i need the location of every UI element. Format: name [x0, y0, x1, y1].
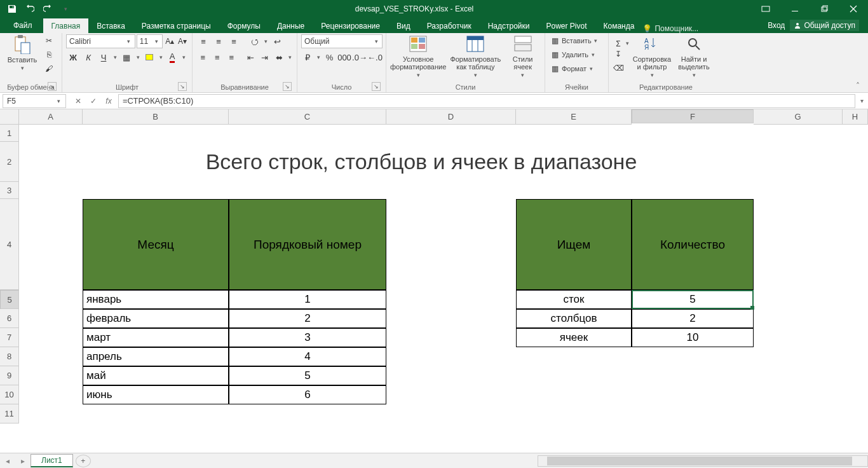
borders-icon[interactable]: ▦	[119, 50, 133, 64]
undo-icon[interactable]	[23, 2, 37, 16]
table-row[interactable]: ячеек	[516, 328, 632, 347]
prev-sheet-icon[interactable]: ◂	[0, 457, 15, 465]
clear-icon[interactable]: ⌫	[613, 62, 624, 74]
grow-font-icon[interactable]: A▴	[164, 35, 175, 48]
number-format-select[interactable]: Общий▾	[301, 34, 383, 48]
align-center-icon[interactable]: ≡	[211, 50, 224, 64]
share-button[interactable]: Общий доступ	[790, 20, 859, 31]
tab-developer[interactable]: Разработчик	[419, 18, 480, 33]
signin-link[interactable]: Вход	[768, 21, 785, 30]
font-name-select[interactable]: Calibri▾	[66, 34, 135, 48]
row-header-2[interactable]: 2	[0, 142, 19, 182]
expand-formula-icon[interactable]: ▾	[855, 97, 868, 104]
table-row[interactable]: январь	[83, 290, 229, 309]
table-row[interactable]: 3	[229, 328, 386, 347]
collapse-ribbon-icon[interactable]: ˄	[851, 81, 864, 91]
col-header-D[interactable]: D	[386, 109, 516, 125]
cancel-formula-icon[interactable]: ✕	[71, 94, 85, 108]
inc-decimal-icon[interactable]: .0→	[353, 50, 367, 64]
tab-insert[interactable]: Вставка	[88, 18, 133, 33]
minimize-icon[interactable]	[780, 0, 810, 18]
tab-team[interactable]: Команда	[595, 18, 643, 33]
formula-input[interactable]: =СТРОКА(B5:C10)	[118, 94, 855, 108]
table-row[interactable]: апрель	[83, 347, 229, 366]
tab-addins[interactable]: Надстройки	[480, 18, 538, 33]
col-header-C[interactable]: C	[229, 109, 386, 125]
table-row[interactable]: 6	[229, 385, 386, 404]
row-header-11[interactable]: 11	[0, 404, 19, 423]
font-color-icon[interactable]: A	[165, 50, 179, 64]
delete-cells-button[interactable]: ▦Удалить▾	[549, 48, 604, 61]
row-header-8[interactable]: 8	[0, 347, 19, 366]
font-size-select[interactable]: 11▾	[137, 34, 163, 48]
save-icon[interactable]	[5, 2, 19, 16]
align-launcher-icon[interactable]: ↘	[283, 82, 292, 91]
cut-icon[interactable]: ✂	[43, 34, 55, 47]
row-header-5[interactable]: 5	[0, 290, 19, 309]
table-row[interactable]: 2	[229, 309, 386, 328]
table-row[interactable]: март	[83, 328, 229, 347]
italic-button[interactable]: К	[81, 50, 95, 64]
ribbon-opts-icon[interactable]	[751, 0, 780, 18]
next-sheet-icon[interactable]: ▸	[15, 457, 31, 465]
select-all-corner[interactable]	[0, 109, 19, 125]
tab-file[interactable]: Файл	[3, 18, 43, 33]
redo-icon[interactable]	[41, 2, 55, 16]
row-header-3[interactable]: 3	[0, 182, 19, 199]
orientation-icon[interactable]: ⭯	[247, 34, 261, 48]
percent-icon[interactable]: %	[323, 50, 336, 64]
sheet-tab[interactable]: Лист1	[31, 454, 73, 467]
sort-filter-button[interactable]: AЯ Сортировка и фильтр▾	[632, 34, 672, 78]
restore-icon[interactable]	[810, 0, 839, 18]
enter-formula-icon[interactable]: ✓	[86, 94, 100, 108]
bold-button[interactable]: Ж	[66, 50, 80, 64]
row-header-4[interactable]: 4	[0, 199, 19, 290]
tab-layout[interactable]: Разметка страницы	[133, 18, 219, 33]
align-left-icon[interactable]: ≡	[196, 50, 210, 64]
col-header-H[interactable]: H	[843, 109, 868, 125]
clipboard-launcher-icon[interactable]: ↘	[48, 82, 57, 91]
table-row[interactable]: май	[83, 366, 229, 385]
merge-icon[interactable]: ⬌	[273, 50, 286, 64]
align-mid-icon[interactable]: ≡	[212, 34, 226, 48]
col-header-A[interactable]: A	[19, 109, 83, 125]
font-launcher-icon[interactable]: ↘	[178, 82, 187, 91]
row-header-6[interactable]: 6	[0, 309, 19, 328]
shrink-font-icon[interactable]: A▾	[177, 35, 188, 48]
tab-formulas[interactable]: Формулы	[219, 18, 269, 33]
cell-styles-button[interactable]: Стили ячеек▾	[505, 34, 541, 78]
table-row[interactable]: 2	[632, 309, 754, 328]
table-row[interactable]: столбцов	[516, 309, 632, 328]
underline-button[interactable]: Ч	[97, 50, 111, 64]
spreadsheet-grid[interactable]: ABCDEFGH 1234567891011 Всего строк, стол…	[0, 109, 868, 453]
dec-decimal-icon[interactable]: ←.0	[368, 50, 382, 64]
row-header-9[interactable]: 9	[0, 366, 19, 385]
tab-home[interactable]: Главная	[43, 18, 89, 33]
qat-dropdown-icon[interactable]: ▾	[58, 2, 72, 16]
copy-icon[interactable]: ⎘	[43, 48, 55, 61]
col-header-B[interactable]: B	[83, 109, 229, 125]
hscrollbar[interactable]	[538, 455, 868, 467]
format-as-table-button[interactable]: Форматировать как таблицу▾	[447, 34, 503, 78]
format-cells-button[interactable]: ▦Формат▾	[549, 62, 604, 75]
insert-cells-button[interactable]: ▦Вставить▾	[549, 34, 604, 47]
col-header-G[interactable]: G	[754, 109, 843, 125]
table-row[interactable]: июнь	[83, 385, 229, 404]
tab-data[interactable]: Данные	[269, 18, 313, 33]
align-bot-icon[interactable]: ≡	[227, 34, 241, 48]
row-header-7[interactable]: 7	[0, 328, 19, 347]
col-header-F[interactable]: F	[632, 109, 754, 123]
tab-review[interactable]: Рецензирование	[313, 18, 388, 33]
add-sheet-icon[interactable]: +	[76, 455, 91, 467]
col-header-E[interactable]: E	[516, 109, 632, 125]
table-row[interactable]: 5	[229, 366, 386, 385]
conditional-format-button[interactable]: Условное форматирование▾	[390, 34, 446, 78]
tab-powerpivot[interactable]: Power Pivot	[538, 18, 595, 33]
table-row[interactable]: 4	[229, 347, 386, 366]
row-header-10[interactable]: 10	[0, 385, 19, 404]
currency-icon[interactable]: ₽	[301, 50, 315, 64]
paste-button[interactable]: Вставить ▾	[4, 34, 41, 71]
find-select-button[interactable]: Найти и выделить▾	[674, 34, 714, 78]
tab-view[interactable]: Вид	[388, 18, 419, 33]
tell-me[interactable]: 💡 Помощник...	[642, 24, 698, 33]
